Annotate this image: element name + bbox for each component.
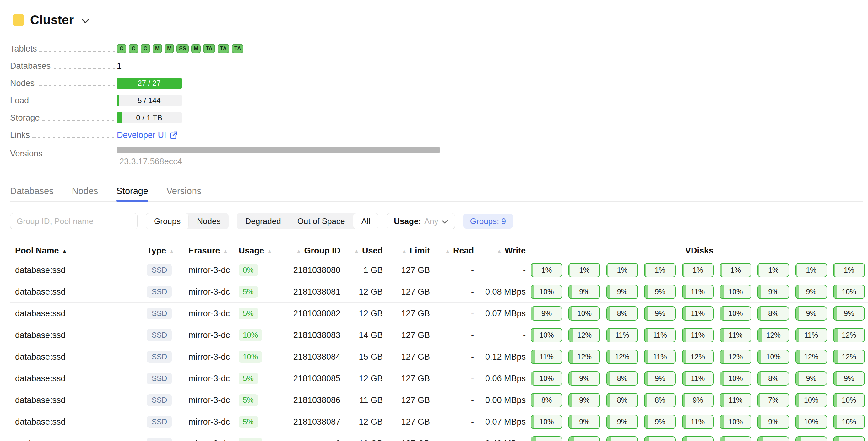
vdisk-cell[interactable]: 9% bbox=[796, 285, 827, 299]
vdisk-cell[interactable]: 15% bbox=[607, 436, 638, 441]
vdisk-cell[interactable]: 11% bbox=[796, 328, 827, 342]
tab-databases[interactable]: Databases bbox=[10, 186, 54, 201]
vdisk-cell[interactable]: 1% bbox=[531, 263, 562, 277]
vdisk-cell[interactable]: 8% bbox=[607, 306, 638, 321]
vdisk-cell[interactable]: 15% bbox=[531, 436, 562, 441]
tab-storage[interactable]: Storage bbox=[116, 186, 148, 201]
tablet-badge[interactable]: M bbox=[164, 44, 174, 53]
vdisk-cell[interactable]: 1% bbox=[720, 263, 751, 277]
vdisk-cell[interactable]: 9% bbox=[757, 285, 789, 299]
vdisk-cell[interactable]: 11% bbox=[682, 285, 714, 299]
vdisk-cell[interactable]: 10% bbox=[531, 285, 562, 299]
vdisk-cell[interactable]: 11% bbox=[682, 328, 714, 342]
vdisk-cell[interactable]: 1% bbox=[833, 263, 865, 277]
column-header-read[interactable]: ▲Read bbox=[430, 246, 474, 256]
vdisk-cell[interactable]: 9% bbox=[568, 371, 600, 386]
vdisk-cell[interactable]: 12% bbox=[796, 350, 827, 364]
vdisk-cell[interactable]: 10% bbox=[833, 393, 865, 407]
vdisk-cell[interactable]: 11% bbox=[682, 371, 714, 386]
column-header-used[interactable]: ▲Used bbox=[340, 246, 383, 256]
vdisk-cell[interactable]: 9% bbox=[644, 306, 676, 321]
vdisk-cell[interactable]: 8% bbox=[531, 393, 562, 407]
vdisk-cell[interactable]: 10% bbox=[757, 350, 789, 364]
vdisk-cell[interactable]: 11% bbox=[531, 350, 562, 364]
vdisk-cell[interactable]: 15% bbox=[644, 436, 676, 441]
vdisk-cell[interactable]: 10% bbox=[720, 306, 751, 321]
tablet-badge[interactable]: SS bbox=[177, 44, 189, 53]
vdisk-cell[interactable]: 8% bbox=[607, 371, 638, 386]
column-header-group-id[interactable]: ▲Group ID bbox=[278, 246, 340, 256]
vdisk-cell[interactable]: 9% bbox=[796, 306, 827, 321]
tablet-badge[interactable]: TA bbox=[232, 44, 243, 53]
vdisk-cell[interactable]: 10% bbox=[531, 328, 562, 342]
vdisk-cell[interactable]: 16% bbox=[833, 436, 865, 441]
tablet-badge[interactable]: M bbox=[153, 44, 162, 53]
vdisk-cell[interactable]: 9% bbox=[796, 371, 827, 386]
vdisk-cell[interactable]: 12% bbox=[833, 350, 865, 364]
search-input[interactable] bbox=[10, 213, 137, 229]
tablet-badge[interactable]: M bbox=[191, 44, 201, 53]
versions-bar[interactable] bbox=[117, 147, 440, 153]
vdisk-cell[interactable]: 10% bbox=[531, 415, 562, 429]
vdisk-cell[interactable]: 8% bbox=[757, 306, 789, 321]
vdisk-cell[interactable]: 1% bbox=[568, 263, 600, 277]
vdisk-cell[interactable]: 10% bbox=[833, 285, 865, 299]
tab-versions[interactable]: Versions bbox=[166, 186, 201, 201]
tablet-badge[interactable]: C bbox=[129, 44, 138, 53]
vdisk-cell[interactable]: 10% bbox=[531, 371, 562, 386]
column-header-erasure[interactable]: Erasure▲ bbox=[183, 246, 234, 256]
entity-toggle-groups[interactable]: Groups bbox=[146, 213, 189, 229]
vdisk-cell[interactable]: 11% bbox=[720, 328, 751, 342]
vdisk-cell[interactable]: 9% bbox=[757, 415, 789, 429]
vdisk-cell[interactable]: 1% bbox=[796, 263, 827, 277]
vdisk-cell[interactable]: 10% bbox=[720, 371, 751, 386]
vdisk-cell[interactable]: 1% bbox=[682, 263, 714, 277]
vdisk-cell[interactable]: 11% bbox=[720, 393, 751, 407]
column-header-write[interactable]: ▲Write bbox=[474, 246, 526, 256]
vdisk-cell[interactable]: 1% bbox=[644, 263, 676, 277]
column-header-type[interactable]: Type▲ bbox=[142, 246, 183, 256]
vdisk-cell[interactable]: 9% bbox=[531, 306, 562, 321]
groups-count-badge[interactable]: Groups: 9 bbox=[463, 214, 513, 229]
vdisk-cell[interactable]: 9% bbox=[644, 285, 676, 299]
vdisk-cell[interactable]: 9% bbox=[568, 285, 600, 299]
vdisk-cell[interactable]: 9% bbox=[644, 415, 676, 429]
vdisk-cell[interactable]: 11% bbox=[644, 350, 676, 364]
vdisk-cell[interactable]: 8% bbox=[757, 371, 789, 386]
vdisk-cell[interactable]: 15% bbox=[757, 436, 789, 441]
vdisk-cell[interactable]: 12% bbox=[833, 328, 865, 342]
vdisk-cell[interactable]: 10% bbox=[796, 415, 827, 429]
tablet-badge[interactable]: TA bbox=[203, 44, 215, 53]
tab-nodes[interactable]: Nodes bbox=[72, 186, 98, 201]
entity-toggle-nodes[interactable]: Nodes bbox=[189, 213, 228, 229]
vdisk-cell[interactable]: 11% bbox=[644, 328, 676, 342]
vdisk-cell[interactable]: 12% bbox=[720, 350, 751, 364]
vdisk-cell[interactable]: 9% bbox=[568, 393, 600, 407]
state-toggle-degraded[interactable]: Degraded bbox=[237, 213, 289, 229]
state-toggle-all[interactable]: All bbox=[353, 213, 378, 229]
vdisk-cell[interactable]: 12% bbox=[568, 328, 600, 342]
vdisk-cell[interactable]: 1% bbox=[757, 263, 789, 277]
vdisk-cell[interactable]: 7% bbox=[757, 393, 789, 407]
vdisk-cell[interactable]: 12% bbox=[607, 350, 638, 364]
vdisk-cell[interactable]: 12% bbox=[568, 350, 600, 364]
column-header-pool-name[interactable]: Pool Name▲ bbox=[10, 246, 142, 256]
vdisk-cell[interactable]: 9% bbox=[568, 415, 600, 429]
vdisk-cell[interactable]: 8% bbox=[644, 393, 676, 407]
vdisk-cell[interactable]: 10% bbox=[720, 415, 751, 429]
vdisk-cell[interactable]: 9% bbox=[682, 393, 714, 407]
vdisk-cell[interactable]: 9% bbox=[833, 371, 865, 386]
vdisk-cell[interactable]: 9% bbox=[644, 371, 676, 386]
tablet-badge[interactable]: TA bbox=[218, 44, 229, 53]
vdisk-cell[interactable]: 10% bbox=[796, 393, 827, 407]
vdisk-cell[interactable]: 16% bbox=[568, 436, 600, 441]
column-header-limit[interactable]: ▲Limit bbox=[383, 246, 430, 256]
vdisk-cell[interactable]: 1% bbox=[607, 263, 638, 277]
vdisk-cell[interactable]: 9% bbox=[607, 285, 638, 299]
developer-ui-link[interactable]: Developer UI bbox=[117, 130, 178, 140]
vdisk-cell[interactable]: 10% bbox=[720, 285, 751, 299]
vdisk-cell[interactable]: 12% bbox=[682, 350, 714, 364]
vdisk-cell[interactable]: 11% bbox=[607, 328, 638, 342]
vdisk-cell[interactable]: 8% bbox=[607, 393, 638, 407]
usage-filter-dropdown[interactable]: Usage: Any bbox=[386, 213, 455, 229]
